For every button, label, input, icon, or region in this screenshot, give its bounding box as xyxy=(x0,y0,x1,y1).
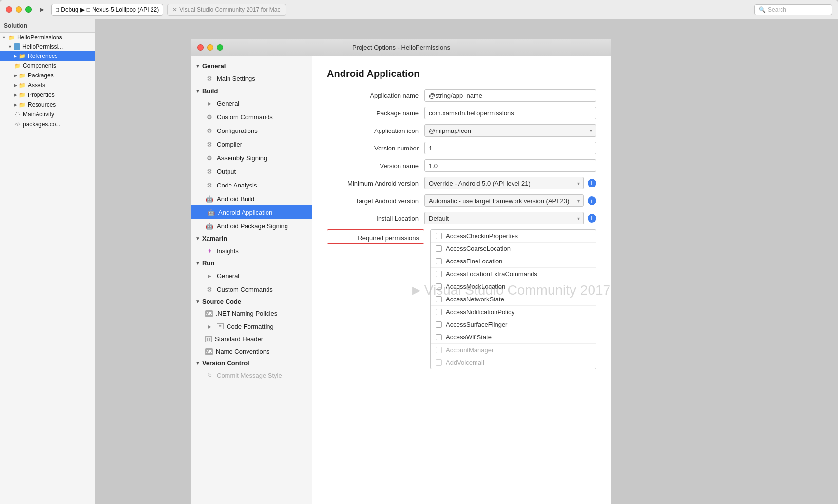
nav-item-code-analysis-label: Code Analysis xyxy=(217,182,257,189)
references-label: References xyxy=(28,53,57,59)
nav-item-android-application[interactable]: 🤖 Android Application xyxy=(191,205,312,219)
application-icon-select[interactable]: @mipmap/icon xyxy=(424,124,596,137)
tree-item-components[interactable]: 📁 Components xyxy=(0,61,95,71)
insights-icon: ✦ xyxy=(205,246,214,255)
target-android-version-select[interactable]: Automatic - use target framework version… xyxy=(424,194,584,207)
chevron-right-icon: ▶ xyxy=(14,93,17,97)
dialog-maximize-button[interactable] xyxy=(217,44,223,51)
nav-section-general[interactable]: ▼ General xyxy=(191,60,312,72)
nav-item-custom-commands-1[interactable]: ⚙ Custom Commands xyxy=(191,110,312,124)
install-location-select[interactable]: Default xyxy=(424,212,584,224)
nav-section-version-control-label: Version Control xyxy=(202,359,249,367)
nav-item-insights[interactable]: ✦ Insights xyxy=(191,244,312,258)
nav-section-build[interactable]: ▼ Build xyxy=(191,85,312,96)
permission-item-access-surface-flinger: AccessSurfaceFlinger xyxy=(431,318,596,331)
commit-icon: ↻ xyxy=(205,371,214,380)
min-android-version-wrapper: Override - Android 5.0 (API level 21) ▾ xyxy=(424,177,584,189)
version-name-input[interactable] xyxy=(424,159,596,172)
tree-item-project[interactable]: ▼ HelloPermissi... xyxy=(0,42,95,51)
permission-checkbox-account-manager[interactable] xyxy=(436,347,442,353)
play-button[interactable]: ▶ xyxy=(38,5,47,15)
packagesconfig-icon: </> xyxy=(14,120,21,128)
search-bar[interactable]: 🔍 Search xyxy=(754,4,832,15)
package-name-label: Package name xyxy=(327,110,424,117)
name-conventions-icon: AB xyxy=(205,348,213,355)
debug-selector[interactable]: □ Debug ▶ □ Nexus-5-Lollipop (API 22) xyxy=(51,4,163,16)
project-label: HelloPermissi... xyxy=(22,43,63,50)
nav-item-code-analysis[interactable]: ⚙ Code Analysis xyxy=(191,178,312,192)
nav-item-android-build[interactable]: 🤖 Android Build xyxy=(191,192,312,205)
nav-section-xamarin[interactable]: ▼ Xamarin xyxy=(191,233,312,244)
maximize-button[interactable] xyxy=(25,6,32,13)
nav-item-custom-commands-2[interactable]: ⚙ Custom Commands xyxy=(191,282,312,296)
permission-checkbox-access-fine[interactable] xyxy=(436,258,442,264)
tree-item-references[interactable]: ▶ 📁 References xyxy=(0,51,95,61)
version-number-input[interactable] xyxy=(424,142,596,154)
nav-item-standard-header-label: Standard Header xyxy=(215,336,263,343)
nav-section-run[interactable]: ▼ Run xyxy=(191,258,312,269)
nav-item-net-naming[interactable]: AB .NET Naming Policies xyxy=(191,307,312,319)
gear-icon: ⚙ xyxy=(205,140,214,149)
tree-item-solution[interactable]: ▼ 📁 HelloPermissions xyxy=(0,33,95,42)
run-chevron-icon: ▼ xyxy=(195,261,200,266)
nav-item-main-settings-label: Main Settings xyxy=(217,75,255,82)
install-location-info-button[interactable]: i xyxy=(588,214,596,223)
tree-item-resources[interactable]: ▶ 📁 Resources xyxy=(0,100,95,110)
permission-checkbox-access-surface-flinger[interactable] xyxy=(436,321,442,328)
properties-label: Properties xyxy=(28,92,55,98)
tree-item-properties[interactable]: ▶ 📁 Properties xyxy=(0,90,95,100)
close-button[interactable] xyxy=(6,6,12,13)
nav-item-run-general[interactable]: ▶ General xyxy=(191,269,312,282)
nav-section-version-control[interactable]: ▼ Version Control xyxy=(191,357,312,369)
dialog-minimize-button[interactable] xyxy=(207,44,213,51)
vs-tab[interactable]: ✕ Visual Studio Community 2017 for Mac xyxy=(167,4,286,16)
min-android-version-select[interactable]: Override - Android 5.0 (API level 21) xyxy=(424,177,584,189)
vs-tab-label: Visual Studio Community 2017 for Mac xyxy=(179,6,280,13)
mainactivity-icon: { } xyxy=(14,111,21,118)
permission-item-access-mock: AccessMockLocation xyxy=(431,280,596,293)
min-android-info-button[interactable]: i xyxy=(588,179,596,187)
application-name-input[interactable] xyxy=(424,89,596,102)
resources-label: Resources xyxy=(28,101,56,108)
permission-checkbox-access-coarse[interactable] xyxy=(436,245,442,252)
nav-item-assembly-signing[interactable]: ⚙ Assembly Signing xyxy=(191,151,312,165)
permission-checkbox-add-voicemail[interactable] xyxy=(436,359,442,366)
tree-item-packages-config[interactable]: </> packages.co... xyxy=(0,119,95,129)
nav-section-source-code[interactable]: ▼ Source Code xyxy=(191,296,312,307)
package-name-input[interactable] xyxy=(424,107,596,119)
nav-item-configurations[interactable]: ⚙ Configurations xyxy=(191,124,312,137)
nav-section-source-code-label: Source Code xyxy=(202,298,241,305)
target-android-info-button[interactable]: i xyxy=(588,196,596,205)
dialog-close-button[interactable] xyxy=(197,44,204,51)
nav-item-android-package-signing[interactable]: 🤖 Android Package Signing xyxy=(191,219,312,233)
nav-item-output[interactable]: ⚙ Output xyxy=(191,165,312,178)
application-name-row: Application name xyxy=(327,89,596,102)
components-label: Components xyxy=(23,62,56,69)
permission-label-access-checkin: AccessCheckinProperties xyxy=(446,232,518,240)
permission-checkbox-access-wifi[interactable] xyxy=(436,334,442,340)
permission-label-access-mock: AccessMockLocation xyxy=(446,283,505,290)
nav-item-build-general[interactable]: ▶ General xyxy=(191,96,312,110)
permission-checkbox-access-mock[interactable] xyxy=(436,283,442,290)
toolbar: ▶ □ Debug ▶ □ Nexus-5-Lollipop (API 22) … xyxy=(38,4,754,16)
nav-item-output-label: Output xyxy=(217,168,236,175)
nav-item-name-conventions[interactable]: AB Name Conventions xyxy=(191,345,312,357)
tree-item-packages[interactable]: ▶ 📁 Packages xyxy=(0,71,95,80)
permission-item-access-checkin: AccessCheckinProperties xyxy=(431,230,596,243)
nav-item-standard-header[interactable]: H Standard Header xyxy=(191,333,312,345)
nav-item-commit-message[interactable]: ↻ Commit Message Style xyxy=(191,369,312,382)
nav-item-code-formatting[interactable]: ▶ ≡ Code Formatting xyxy=(191,319,312,333)
minimize-button[interactable] xyxy=(16,6,22,13)
permission-checkbox-access-location-extra[interactable] xyxy=(436,271,442,277)
permission-checkbox-access-notification[interactable] xyxy=(436,309,442,315)
nav-item-net-naming-label: .NET Naming Policies xyxy=(216,310,277,317)
nav-item-build-general-label: General xyxy=(217,100,239,107)
permission-label-access-fine: AccessFineLocation xyxy=(446,258,502,265)
nav-item-main-settings[interactable]: ⚙ Main Settings xyxy=(191,72,312,85)
permission-checkbox-access-network[interactable] xyxy=(436,296,442,302)
tree-item-mainactivity[interactable]: { } MainActivity xyxy=(0,110,95,119)
permission-checkbox-access-checkin[interactable] xyxy=(436,233,442,239)
assets-label: Assets xyxy=(28,82,45,89)
nav-item-compiler[interactable]: ⚙ Compiler xyxy=(191,137,312,151)
tree-item-assets[interactable]: ▶ 📁 Assets xyxy=(0,80,95,90)
